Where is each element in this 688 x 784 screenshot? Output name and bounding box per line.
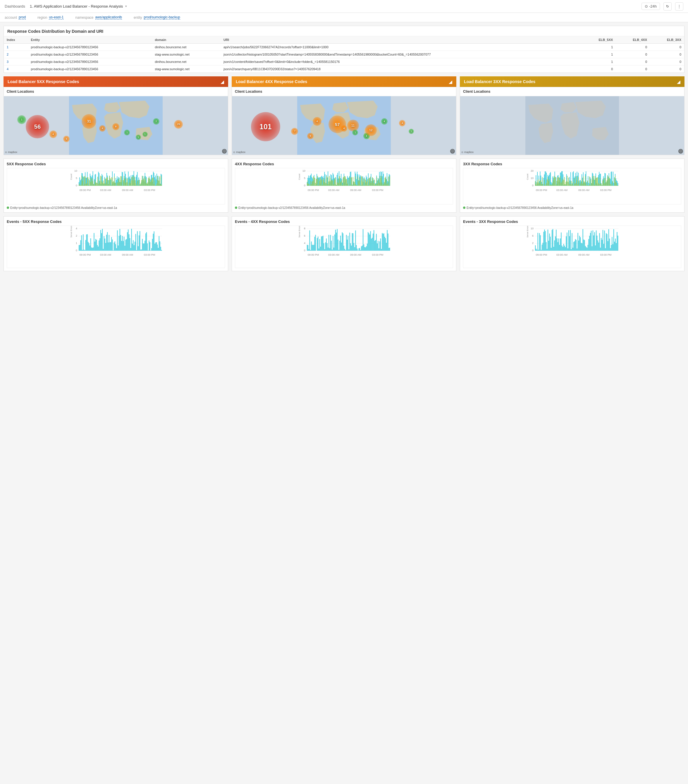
- events-bar: [359, 249, 359, 251]
- events-bar: [557, 239, 557, 251]
- cell-index-3: 4: [4, 66, 28, 73]
- chart-bar-cyan: [579, 180, 580, 186]
- filter-namespace: namespace aws/applicationlb: [75, 15, 122, 20]
- filter-region-value[interactable]: us-east-1: [49, 15, 64, 20]
- chart-bar-cyan: [364, 177, 364, 186]
- events-panel-3xx: Events - 3XX Response Codes 10 6 2 0 Ser…: [460, 216, 685, 271]
- events-bar: [94, 233, 94, 251]
- chart-bar-green: [147, 183, 147, 186]
- events-bar: [119, 236, 119, 251]
- events-bar: [602, 230, 603, 251]
- time-range-control[interactable]: ⊙ -24h: [642, 3, 660, 10]
- chart-bar-green: [146, 183, 146, 186]
- chart-bar-green: [374, 183, 374, 186]
- chart-bar-green: [97, 183, 97, 186]
- events-bar: [576, 240, 576, 251]
- events-bar: [586, 247, 586, 251]
- events-bar: [84, 250, 85, 251]
- table-section-title: Response Codes Distribution by Domain an…: [4, 26, 684, 36]
- chart-bar-green: [139, 180, 140, 186]
- timeseries-row: 5XX Response Codes 10 5 0 Count 09:: [3, 158, 685, 212]
- events-bar: [353, 233, 353, 251]
- heat-spot: 1: [136, 135, 141, 140]
- chart-bar-green: [380, 178, 381, 186]
- chart-bar-green: [374, 180, 375, 186]
- chart-bar-green: [578, 177, 579, 186]
- chart-bar-green: [316, 179, 317, 186]
- filter-entity-value[interactable]: prod/sumologic-backup: [144, 15, 180, 20]
- chart-bar-green: [537, 182, 537, 186]
- chart-bar-cyan: [613, 183, 614, 186]
- col-domain: domain: [152, 36, 221, 44]
- chart-bar-green: [543, 184, 543, 186]
- refresh-button[interactable]: ↻: [663, 2, 672, 10]
- events-bar: [376, 234, 377, 251]
- events-bar: [384, 233, 384, 251]
- chart-bar-green: [604, 178, 604, 186]
- chart-bar-green: [321, 180, 321, 186]
- cell-index-0: 1: [4, 44, 28, 51]
- events-bar: [348, 236, 348, 251]
- title-dropdown-arrow[interactable]: ▾: [125, 4, 127, 8]
- chart-bar-green: [614, 178, 615, 186]
- chart-bar-green: [112, 178, 113, 186]
- table-row: 3 prod/sumologic-backup-v2/1234567890123…: [4, 58, 684, 66]
- map-info-button-5xx[interactable]: ⓘ: [222, 149, 227, 153]
- map-info-button-4xx[interactable]: ⓘ: [450, 149, 455, 153]
- heat-spot: 2: [153, 118, 160, 125]
- events-bar: [317, 238, 318, 251]
- chart-bar-green: [96, 183, 97, 186]
- events-bar: [324, 249, 325, 251]
- chart-bar-green: [385, 177, 386, 186]
- events-bar: [609, 229, 609, 251]
- breadcrumb: Dashboards 1. AWS Application Load Balan…: [5, 4, 127, 8]
- chart-bar-green: [606, 182, 606, 186]
- chart-bar-green: [331, 180, 332, 186]
- events-bar: [564, 246, 565, 251]
- events-bar: [327, 243, 328, 251]
- breadcrumb-dashboards[interactable]: Dashboards: [5, 4, 25, 8]
- chart-bar-green: [79, 183, 80, 186]
- panel-header-5xx: Load Balancer 5XX Response Codes: [3, 76, 228, 87]
- chart-bar-green: [589, 185, 589, 186]
- events-bar: [352, 233, 352, 251]
- events-panel-4xx: Events - 4XX Response Codes 8 6 4 0 Serv…: [232, 216, 456, 271]
- events-bar: [153, 234, 153, 251]
- events-bar: [581, 243, 581, 251]
- clock-icon: ⊙: [645, 4, 648, 8]
- chart-bar-green: [377, 183, 378, 186]
- events-bar: [326, 239, 327, 251]
- more-options-button[interactable]: ⋮: [675, 2, 683, 10]
- chart-bar-cyan: [599, 172, 600, 186]
- events-bar: [320, 247, 321, 251]
- events-bar: [540, 235, 541, 251]
- events-bar: [561, 245, 562, 251]
- events-bar: [324, 243, 324, 251]
- events-bar: [319, 249, 319, 251]
- chart-bar-cyan: [570, 172, 571, 186]
- chart-bar-green: [547, 180, 547, 186]
- chart-bar-green: [335, 177, 336, 186]
- events-bar: [386, 243, 387, 251]
- events-bar: [98, 247, 99, 251]
- chart-bar-green: [596, 178, 596, 186]
- events-bar: [364, 247, 365, 251]
- map-info-button-3xx[interactable]: ⓘ: [678, 149, 683, 153]
- chart-bar-cyan: [161, 175, 162, 186]
- events-bar: [360, 250, 360, 251]
- filter-namespace-value[interactable]: aws/applicationlb: [95, 15, 122, 20]
- filter-account-value[interactable]: prod: [19, 15, 26, 20]
- events-bar: [583, 240, 584, 251]
- chart-bar-green: [615, 176, 616, 186]
- chart-bar-green: [316, 179, 316, 186]
- chart-bar-green: [114, 176, 115, 186]
- chart-bar-green: [585, 176, 586, 186]
- mapbox-label-5xx: mapbox: [8, 151, 17, 153]
- chart-bar-green: [538, 182, 538, 186]
- chart-bar-green: [557, 177, 558, 186]
- chart-bar-green: [334, 179, 335, 186]
- events-bar: [151, 248, 152, 251]
- more-icon: ⋮: [678, 4, 681, 8]
- x-label-4-3xx: 03:00 PM: [600, 189, 612, 192]
- chart-bar-green: [137, 181, 138, 186]
